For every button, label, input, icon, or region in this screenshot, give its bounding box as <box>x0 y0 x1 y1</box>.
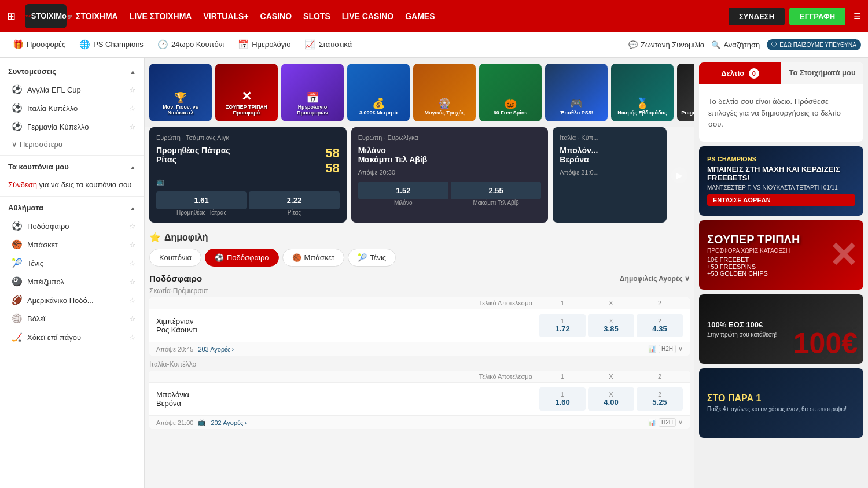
nav-virtuals[interactable]: VIRTUALS+ <box>203 12 248 21</box>
odds-cell-1-2[interactable]: 2 4.35 <box>637 314 683 337</box>
statistics-label: Στατιστικά <box>318 40 352 49</box>
promo-card-spin[interactable]: 🎡 Μαγικός Τροχός <box>413 64 476 121</box>
odds-cell-2-2[interactable]: 2 5.25 <box>637 387 683 411</box>
promo-card-super-tripl[interactable]: ✕ ΣΟΥΠΕΡ ΤΡΙΠΛΗ Προσφορά <box>215 64 278 121</box>
live-chat[interactable]: 💬 Ζωντανή Συνομιλία <box>628 40 705 49</box>
football-star[interactable]: ☆ <box>129 222 136 231</box>
match-stats-1[interactable]: 📊 H2H ∨ <box>648 345 683 353</box>
right-banner-super-tripla[interactable]: ΣΟΥΠΕΡ ΤΡΙΠΛΗ ΠΡΟΣΦΟΡΑ ΧΩΡΙΣ ΚΑΤΑΘΕΣΗ 10… <box>699 220 863 290</box>
promo-card-ps-champions[interactable]: 🏆 Μαν. Γιουν. vs Νιούκαστλ <box>149 64 212 121</box>
nav-24h-coupon[interactable]: 🕐 24ωρο Κουπόνι <box>152 32 230 57</box>
sidebar-item-baseball[interactable]: 🎱 Μπέιζμπολ ☆ <box>0 272 144 291</box>
sidebar-item-tennis[interactable]: 🎾 Τένις ☆ <box>0 254 144 272</box>
login-button[interactable]: ΣΥΝΔΕΣΗ <box>729 8 785 25</box>
sidebar-item-football[interactable]: ⚽ Ποδόσφαιρο ☆ <box>0 217 144 235</box>
tab-football[interactable]: ⚽ Ποδόσφαιρο <box>205 249 279 267</box>
nav-live-stoixima[interactable]: LIVE ΣΤΟΙΧΗΜΑ <box>130 12 192 21</box>
sports-header[interactable]: Αθλήματα ▲ <box>0 199 144 217</box>
logo[interactable]: game SΤΟΙΧΙΜο .gr <box>25 4 67 28</box>
live-odds-team1-2[interactable]: 1.52 <box>358 182 448 199</box>
match-stats-2[interactable]: 📊 H2H ∨ <box>648 418 683 427</box>
match-teams-2: Μπολόνια Βερόνα <box>156 390 535 408</box>
register-button[interactable]: ΕΓΓΡΑΦΗ <box>789 8 845 25</box>
header-2-2: 2 <box>637 373 683 380</box>
banner-cta-1[interactable]: ΕΝΤΑΣΣΕ ΔΩΡΕΑΝ <box>707 194 855 206</box>
betslip-tab-my-bets[interactable]: Τα Στοιχήματά μου <box>781 62 863 84</box>
grid-icon[interactable]: ⊞ <box>7 10 16 23</box>
odds-2-2-label: 2 <box>658 391 661 398</box>
tab-basketball[interactable]: 🏀 Μπάσκετ <box>282 249 345 267</box>
live-odds-btn-2[interactable]: 2.22 <box>249 191 339 209</box>
tennis-star[interactable]: ☆ <box>129 259 136 268</box>
promo-card-pragmatic[interactable]: 🎰 Pragmatic Buy Bonus <box>677 64 694 121</box>
signin-link[interactable]: Σύνδεση <box>8 180 37 189</box>
odds-cell-2-x[interactable]: X 4.00 <box>588 387 634 411</box>
star-icon[interactable]: ☆ <box>129 86 136 94</box>
tab-tennis[interactable]: 🎾 Τένις <box>348 249 396 267</box>
nav-stoixima[interactable]: ΣΤΟΙΧΗΜΑ <box>76 12 118 21</box>
odds-cell-1-x[interactable]: X 3.85 <box>588 314 634 337</box>
promo-card-battles[interactable]: 🎮 Έπαθλο PS5! <box>545 64 608 121</box>
football-icon-2: ⚽ <box>12 103 23 113</box>
hamburger-icon[interactable]: ≡ <box>854 9 861 24</box>
right-banner-para1[interactable]: ΣΤΟ ΠΑΡΑ 1 Παίξε 4+ αγώνες και αν χάσεις… <box>699 368 863 438</box>
odds-cell-2-1[interactable]: 1 1.60 <box>539 387 586 411</box>
live-next-arrow[interactable]: ▶ <box>671 167 687 183</box>
odds-headers-1: 1 X 2 <box>539 300 683 306</box>
nav-live-casino[interactable]: LIVE CASINO <box>342 12 393 21</box>
responsible-gambling-badge[interactable]: 🛡 ΕΔΩ ΠΑΙΖΟΥΜΕ ΥΠΕΥΘΥΝΑ <box>767 39 861 50</box>
american-football-star[interactable]: ☆ <box>129 296 136 305</box>
main-layout: Συντομεύσεις ▲ ⚽ Αγγλία EFL Cup ☆ ⚽ Ιταλ… <box>0 58 868 488</box>
live-team2-1: Ρίτας <box>156 155 230 164</box>
live-time-3: Απόψε 21:0... <box>560 169 660 176</box>
right-banner-ps-champions[interactable]: PS CHAMPIONS ΜΠΑΙΝΕΙΣ ΣΤΗ ΜΑΧΗ ΚΑΙ ΚΕΡΔΙ… <box>699 146 863 216</box>
betslip-tab-active[interactable]: Δελτίο 0 <box>699 62 781 84</box>
volleyball-star[interactable]: ☆ <box>129 315 136 323</box>
live-odds-team2-2[interactable]: 2.55 <box>451 182 541 199</box>
nav-statistics[interactable]: 📈 Στατιστικά <box>299 32 358 57</box>
promo-card-trick-treat[interactable]: 🎃 60 Free Spins <box>479 64 542 121</box>
popular-markets-dropdown[interactable]: Δημοφιλείς Αγορές ∨ <box>620 275 690 283</box>
search-button[interactable]: 🔍 Αναζήτηση <box>711 40 760 49</box>
sidebar-item-american-football[interactable]: 🏈 Αμερικάνικο Ποδό... ☆ <box>0 291 144 309</box>
chevron-icon-2: ∨ <box>678 419 683 426</box>
markets-arrow-2[interactable]: › <box>244 419 247 426</box>
baseball-label: Μπέιζμπολ <box>27 278 64 286</box>
baseball-star[interactable]: ☆ <box>129 278 136 286</box>
nav-games[interactable]: GAMES <box>405 12 435 21</box>
promo-card-calendar[interactable]: 💰 3.000€ Μετρητά <box>347 64 410 121</box>
match-markets-1[interactable]: 203 Αγορές <box>198 346 230 353</box>
american-football-icon: 🏈 <box>12 295 23 305</box>
nav-calendar[interactable]: 📅 Ημερολόγιο <box>232 32 296 57</box>
match-main-2: Μπολόνια Βερόνα 1 1.60 X 4.00 2 <box>149 383 690 415</box>
sidebar-item-basketball[interactable]: 🏀 Μπάσκετ ☆ <box>0 235 144 254</box>
more-shortcuts[interactable]: ∨ Περισσότερα <box>0 136 144 153</box>
markets-arrow-1[interactable]: › <box>231 346 234 353</box>
odds-headers-2: 1 X 2 <box>539 373 683 380</box>
shortcuts-header[interactable]: Συντομεύσεις ▲ <box>0 62 144 80</box>
tab-coupons[interactable]: Κουπόνια <box>149 249 201 267</box>
nav-slots[interactable]: SLOTS <box>303 12 330 21</box>
right-banner-100-bonus[interactable]: 100% ΕΩΣ 100€ Στην πρώτη σου κατάθεση! 1… <box>699 294 863 364</box>
sidebar-item-volleyball[interactable]: 🏐 Βόλεϊ ☆ <box>0 309 144 328</box>
match-markets-2[interactable]: 202 Αγορές <box>211 419 243 426</box>
coupons-header[interactable]: Τα κουπόνια μου ▲ <box>0 158 144 176</box>
sidebar-item-germany-cup[interactable]: ⚽ Γερμανία Κύπελλο ☆ <box>0 117 144 136</box>
odds-2-label: 2 <box>658 318 661 324</box>
promo-card-offer[interactable]: 📅 Ημερολόγιο Προσφορών <box>281 64 344 121</box>
star-icon-2[interactable]: ☆ <box>129 104 136 113</box>
promo-card-weekly[interactable]: 🏅 Νικητής Εβδομάδας <box>611 64 674 121</box>
sidebar-item-italy-cup[interactable]: ⚽ Ιταλία Κυπέλλο ☆ <box>0 99 144 117</box>
sidebar-item-hockey[interactable]: 🏒 Χόκεϊ επί πάγου ☆ <box>0 328 144 346</box>
sport-section-title: Ποδόσφαιρο Δημοφιλείς Αγορές ∨ <box>149 273 690 283</box>
star-icon-3[interactable]: ☆ <box>129 123 136 131</box>
nav-casino[interactable]: CASINO <box>260 12 292 21</box>
live-odds-btn-1[interactable]: 1.61 <box>156 191 247 209</box>
live-league-2: Ευρώπη · Ευρωλίγκα <box>358 134 542 141</box>
nav-offers[interactable]: 🎁 Προσφορές <box>7 32 71 57</box>
odds-cell-1-1[interactable]: 1 1.72 <box>539 314 586 337</box>
hockey-star[interactable]: ☆ <box>129 333 136 342</box>
basketball-star[interactable]: ☆ <box>129 241 136 249</box>
sidebar-item-england-efl[interactable]: ⚽ Αγγλία EFL Cup ☆ <box>0 80 144 99</box>
nav-ps-champions[interactable]: 🌐 PS Champions <box>73 32 149 57</box>
